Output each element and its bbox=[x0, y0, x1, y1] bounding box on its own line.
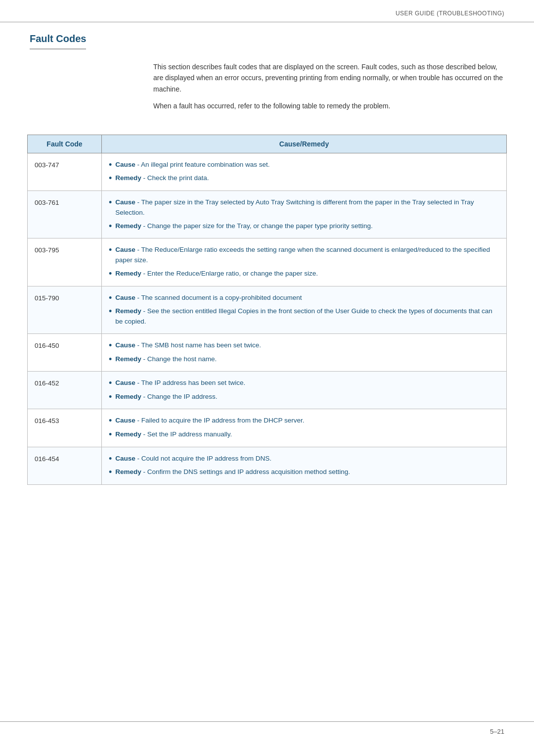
intro-area: This section describes fault codes that … bbox=[0, 49, 534, 130]
fault-code-cell: 016-453 bbox=[28, 409, 102, 447]
list-item: •Cause - The scanned document is a copy-… bbox=[109, 291, 499, 305]
cause-remedy-cell: •Cause - The IP address has been set twi… bbox=[102, 372, 507, 409]
table-wrapper: Fault Code Cause/Remedy 003-747•Cause - … bbox=[0, 130, 534, 500]
fault-code-cell: 003-747 bbox=[28, 153, 102, 190]
col-cause-remedy-header: Cause/Remedy bbox=[102, 135, 507, 153]
remedy-text: Remedy - Change the paper size for the T… bbox=[115, 221, 373, 232]
list-item: •Remedy - Enter the Reduce/Enlarge ratio… bbox=[109, 267, 499, 281]
list-item: •Remedy - See the section entitled Illeg… bbox=[109, 305, 499, 329]
table-row: 016-453•Cause - Failed to acquire the IP… bbox=[28, 409, 507, 447]
list-item: •Remedy - Check the print data. bbox=[109, 172, 499, 186]
cause-remedy-cell: •Cause - An illegal print feature combin… bbox=[102, 153, 507, 190]
table-row: 016-450•Cause - The SMB host name has be… bbox=[28, 334, 507, 372]
remedy-text: Remedy - Change the host name. bbox=[115, 354, 217, 365]
list-item: •Remedy - Change the host name. bbox=[109, 353, 499, 367]
cause-remedy-cell: •Cause - Failed to acquire the IP addres… bbox=[102, 409, 507, 447]
fault-code-cell: 016-454 bbox=[28, 447, 102, 484]
bullet-icon: • bbox=[109, 454, 112, 465]
bullet-list: •Cause - Failed to acquire the IP addres… bbox=[109, 414, 499, 441]
cause-remedy-cell: •Cause - The paper size in the Tray sele… bbox=[102, 190, 507, 238]
cause-text: Cause - The IP address has been set twic… bbox=[115, 378, 245, 388]
table-row: 003-761•Cause - The paper size in the Tr… bbox=[28, 190, 507, 238]
table-header-row: Fault Code Cause/Remedy bbox=[28, 135, 507, 153]
cause-text: Cause - The paper size in the Tray selec… bbox=[115, 197, 499, 218]
fault-codes-table: Fault Code Cause/Remedy 003-747•Cause - … bbox=[27, 135, 507, 485]
bullet-list: •Cause - The scanned document is a copy-… bbox=[109, 291, 499, 329]
bullet-icon: • bbox=[109, 173, 112, 184]
bullet-icon: • bbox=[109, 306, 112, 317]
bullet-icon: • bbox=[109, 245, 112, 256]
remedy-text: Remedy - See the section entitled Illega… bbox=[115, 306, 499, 327]
bullet-icon: • bbox=[109, 340, 112, 351]
bullet-list: •Cause - An illegal print feature combin… bbox=[109, 158, 499, 186]
table-row: 016-454•Cause - Could not acquire the IP… bbox=[28, 447, 507, 484]
cause-text: Cause - The scanned document is a copy-p… bbox=[115, 293, 302, 303]
remedy-text: Remedy - Confirm the DNS settings and IP… bbox=[115, 467, 350, 477]
list-item: •Cause - Could not acquire the IP addres… bbox=[109, 452, 499, 466]
header-title: User Guide (Troubleshooting) bbox=[396, 10, 504, 17]
bullet-list: •Cause - The SMB host name has been set … bbox=[109, 339, 499, 366]
section-title-bar: Fault Codes bbox=[0, 22, 534, 49]
bullet-icon: • bbox=[109, 269, 112, 280]
cause-remedy-cell: •Cause - The Reduce/Enlarge ratio exceed… bbox=[102, 238, 507, 286]
cause-text: Cause - Could not acquire the IP address… bbox=[115, 454, 271, 464]
cause-text: Cause - An illegal print feature combina… bbox=[115, 160, 269, 170]
fault-code-cell: 003-795 bbox=[28, 238, 102, 286]
bullet-icon: • bbox=[109, 467, 112, 478]
list-item: •Cause - The SMB host name has been set … bbox=[109, 339, 499, 353]
list-item: •Cause - The IP address has been set twi… bbox=[109, 377, 499, 390]
bullet-icon: • bbox=[109, 293, 112, 304]
page-header: User Guide (Troubleshooting) bbox=[0, 0, 534, 22]
bullet-icon: • bbox=[109, 197, 112, 208]
list-item: •Cause - The paper size in the Tray sele… bbox=[109, 196, 499, 220]
remedy-text: Remedy - Enter the Reduce/Enlarge ratio,… bbox=[115, 269, 318, 279]
cause-remedy-cell: •Cause - Could not acquire the IP addres… bbox=[102, 447, 507, 484]
page-footer: 5–21 bbox=[0, 721, 534, 741]
bullet-list: •Cause - The IP address has been set twi… bbox=[109, 377, 499, 404]
cause-text: Cause - Failed to acquire the IP address… bbox=[115, 416, 304, 426]
remedy-text: Remedy - Check the print data. bbox=[115, 173, 209, 184]
list-item: •Remedy - Change the paper size for the … bbox=[109, 220, 499, 234]
fault-code-cell: 003-761 bbox=[28, 190, 102, 238]
section-title: Fault Codes bbox=[30, 33, 86, 49]
bullet-list: •Cause - Could not acquire the IP addres… bbox=[109, 452, 499, 479]
list-item: •Remedy - Set the IP address manually. bbox=[109, 428, 499, 442]
table-row: 003-747•Cause - An illegal print feature… bbox=[28, 153, 507, 190]
table-row: 015-790•Cause - The scanned document is … bbox=[28, 286, 507, 333]
list-item: •Cause - An illegal print feature combin… bbox=[109, 158, 499, 172]
bullet-list: •Cause - The Reduce/Enlarge ratio exceed… bbox=[109, 243, 499, 281]
page-number: 5–21 bbox=[490, 728, 504, 735]
remedy-text: Remedy - Change the IP address. bbox=[115, 392, 217, 402]
bullet-icon: • bbox=[109, 429, 112, 440]
cause-text: Cause - The SMB host name has been set t… bbox=[115, 340, 261, 351]
cause-remedy-cell: •Cause - The scanned document is a copy-… bbox=[102, 286, 507, 333]
intro-para2: When a fault has occurred, refer to the … bbox=[153, 100, 504, 111]
intro-para1: This section describes fault codes that … bbox=[153, 61, 504, 94]
table-row: 003-795•Cause - The Reduce/Enlarge ratio… bbox=[28, 238, 507, 286]
col-fault-code-header: Fault Code bbox=[28, 135, 102, 153]
fault-code-cell: 016-452 bbox=[28, 372, 102, 409]
cause-remedy-cell: •Cause - The SMB host name has been set … bbox=[102, 334, 507, 372]
bullet-icon: • bbox=[109, 160, 112, 171]
table-row: 016-452•Cause - The IP address has been … bbox=[28, 372, 507, 409]
bullet-icon: • bbox=[109, 416, 112, 426]
bullet-icon: • bbox=[109, 378, 112, 389]
list-item: •Cause - The Reduce/Enlarge ratio exceed… bbox=[109, 243, 499, 267]
bullet-icon: • bbox=[109, 221, 112, 232]
list-item: •Cause - Failed to acquire the IP addres… bbox=[109, 414, 499, 428]
fault-code-cell: 016-450 bbox=[28, 334, 102, 372]
bullet-icon: • bbox=[109, 392, 112, 403]
remedy-text: Remedy - Set the IP address manually. bbox=[115, 429, 232, 440]
list-item: •Remedy - Confirm the DNS settings and I… bbox=[109, 466, 499, 479]
list-item: •Remedy - Change the IP address. bbox=[109, 390, 499, 404]
fault-code-cell: 015-790 bbox=[28, 286, 102, 333]
cause-text: Cause - The Reduce/Enlarge ratio exceeds… bbox=[115, 245, 499, 266]
page: User Guide (Troubleshooting) Fault Codes… bbox=[0, 0, 534, 756]
bullet-icon: • bbox=[109, 354, 112, 365]
bullet-list: •Cause - The paper size in the Tray sele… bbox=[109, 196, 499, 233]
